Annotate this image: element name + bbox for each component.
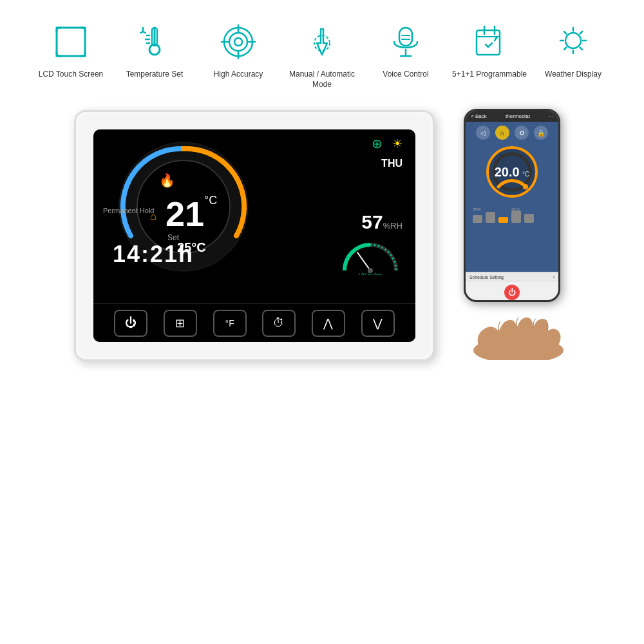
screen-main: 🔥 21 °C ⌂ Set 25°C Permanent Hold <box>93 129 415 303</box>
feature-programmable: 5+1+1 Programmable <box>448 19 531 80</box>
phone-schedule-arrow[interactable]: › <box>553 275 554 279</box>
svg-text:🔥: 🔥 <box>159 173 175 188</box>
feature-lcd: LCD Touch Screen <box>29 19 113 80</box>
svg-point-39 <box>523 184 528 189</box>
feature-accuracy: High Accuracy <box>196 19 280 80</box>
phone-title: thermostat <box>506 113 530 119</box>
phone-power-button[interactable]: ⏻ <box>504 285 520 300</box>
phone-temp-dial: 20.0 °C <box>486 146 538 198</box>
temp-set-label: Temperature Set <box>126 70 184 80</box>
svg-rect-41 <box>486 212 495 223</box>
features-section: LCD Touch Screen Temperature Set <box>0 0 644 102</box>
svg-rect-40 <box>473 215 482 223</box>
phone-screen: < Back thermostat ··· ◁ ⌂ ⚙ 🔒 <box>466 111 558 300</box>
fahrenheit-button[interactable]: °F <box>213 310 247 337</box>
schedule-icon <box>467 19 512 64</box>
svg-text:21: 21 <box>166 194 204 233</box>
phone-header: < Back thermostat ··· <box>466 111 558 122</box>
permanent-hold-label: Permanent Hold <box>103 207 155 214</box>
power-button[interactable]: ⏻ <box>114 310 147 337</box>
svg-line-23 <box>564 32 567 34</box>
phone-icon-home[interactable]: ⌂ <box>495 126 509 140</box>
phone-schedule-section[interactable]: Schedule Setting › <box>466 272 558 282</box>
grid-button[interactable]: ⊞ <box>164 310 197 337</box>
sun-icon-small: ☀ <box>392 137 402 151</box>
svg-rect-42 <box>498 217 508 223</box>
humidity-panel: 57%RH <box>338 211 402 233</box>
thermostat-screen: 🔥 21 °C ⌂ Set 25°C Permanent Hold <box>93 129 415 342</box>
day-label: THU <box>338 158 402 169</box>
svg-point-5 <box>234 38 242 46</box>
phone-app-content: ◁ ⌂ ⚙ 🔒 20.0 <box>466 122 558 272</box>
accuracy-label: High Accuracy <box>214 70 263 80</box>
svg-line-25 <box>580 32 583 34</box>
thermostat-device: 🔥 21 °C ⌂ Set 25°C Permanent Hold <box>74 110 435 361</box>
voice-label: Voice Control <box>383 70 428 80</box>
phone-temp-unit: °C <box>522 171 529 178</box>
time-display: 14:21h <box>113 241 194 268</box>
manual-auto-label: Manual / Automatic Mode <box>280 70 364 90</box>
down-button[interactable]: ⋁ <box>361 310 395 337</box>
humidity-unit: %RH <box>383 221 402 231</box>
screen-right-panel: ⊕ ☀ THU 57%RH <box>338 136 402 278</box>
uv-gauge: UV index <box>338 240 402 278</box>
up-button[interactable]: ⋀ <box>312 310 345 337</box>
svg-line-35 <box>357 252 370 270</box>
lcd-icon <box>48 19 93 64</box>
svg-line-26 <box>564 48 567 50</box>
weather-icon <box>551 19 596 64</box>
svg-point-18 <box>565 33 581 48</box>
hand-illustration <box>454 296 570 363</box>
svg-text:UV index: UV index <box>359 272 383 275</box>
svg-rect-44 <box>524 214 534 223</box>
feature-weather: Weather Display <box>531 19 615 80</box>
svg-rect-0 <box>57 28 85 56</box>
svg-text:35°C: 35°C <box>511 207 520 211</box>
feature-temp-set: Temperature Set <box>113 19 196 80</box>
phone-body: < Back thermostat ··· ◁ ⌂ ⚙ 🔒 <box>464 109 560 302</box>
phone-control-icons: ◁ ⌂ ⚙ 🔒 <box>476 126 548 140</box>
weather-label: Weather Display <box>545 70 601 80</box>
phone-menu-icon: ··· <box>549 113 553 119</box>
feature-manual-auto: Manual / Automatic Mode <box>280 19 364 90</box>
svg-rect-11 <box>399 28 412 46</box>
phone-schedule-label: Schedule Setting <box>469 275 504 279</box>
main-content: 🔥 21 °C ⌂ Set 25°C Permanent Hold <box>0 102 644 369</box>
weather-icons: ⊕ ☀ <box>338 136 402 151</box>
phone-container: < Back thermostat ··· ◁ ⌂ ⚙ 🔒 <box>454 109 570 363</box>
phone-icon-back[interactable]: ◁ <box>476 126 490 140</box>
phone-bottom-section: ⏻ <box>466 285 558 300</box>
svg-line-24 <box>580 48 583 50</box>
phone-temp-value: 20.0 <box>495 165 520 179</box>
voice-icon <box>383 19 428 64</box>
svg-point-4 <box>229 33 247 51</box>
target-icon <box>216 19 261 64</box>
phone-back-button[interactable]: < Back <box>471 113 487 119</box>
wind-icon: ⊕ <box>372 136 383 151</box>
programmable-label: 5+1+1 Programmable <box>452 70 527 80</box>
humidity-value: 57 <box>361 211 383 232</box>
svg-text:°C: °C <box>204 194 217 207</box>
touch-icon <box>299 19 345 64</box>
phone-schedule-bars: 2PM 35°C <box>469 205 554 227</box>
screen-buttons: ⏻ ⊞ °F ⏱ ⋀ ⋁ <box>93 303 415 342</box>
feature-voice: Voice Control <box>364 19 448 80</box>
svg-text:2PM: 2PM <box>473 207 480 211</box>
svg-rect-16 <box>477 30 500 55</box>
lcd-label: LCD Touch Screen <box>39 70 104 80</box>
phone-icon-lock[interactable]: 🔒 <box>534 126 548 140</box>
thermometer-icon <box>132 19 177 64</box>
svg-rect-43 <box>511 211 521 223</box>
phone-icon-settings[interactable]: ⚙ <box>515 126 529 140</box>
clock-button[interactable]: ⏱ <box>262 310 296 337</box>
